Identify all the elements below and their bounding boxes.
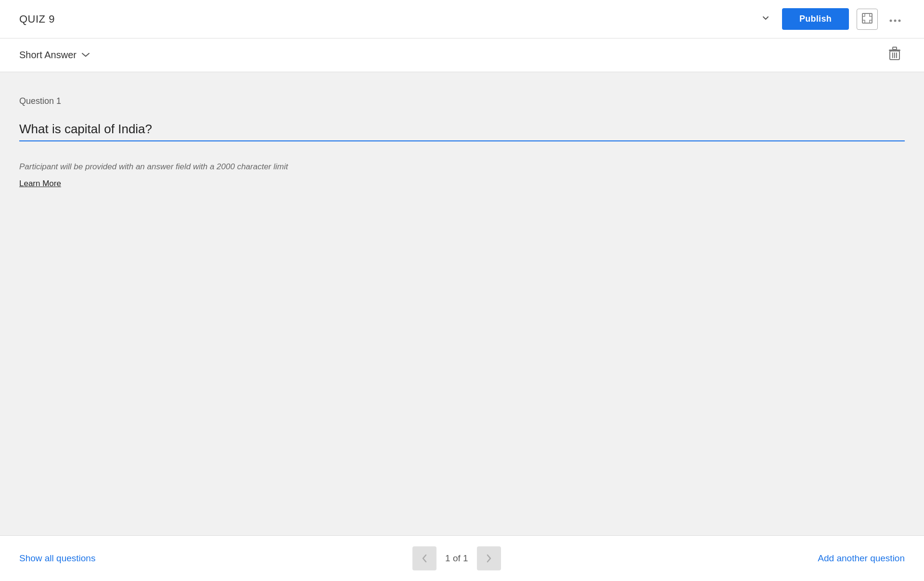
svg-point-1 — [890, 19, 892, 22]
svg-point-3 — [898, 19, 901, 22]
prev-page-button[interactable] — [412, 546, 436, 570]
svg-point-2 — [894, 19, 897, 22]
footer: Show all questions 1 of 1 Add another qu… — [0, 535, 924, 581]
header-right: Publish — [757, 8, 905, 30]
add-question-link[interactable]: Add another question — [818, 553, 905, 564]
app-container: QUIZ 9 Publish — [0, 0, 924, 581]
question-input-wrapper — [19, 118, 905, 141]
header-left: QUIZ 9 — [19, 13, 55, 25]
dropdown-chevron-button[interactable] — [757, 9, 774, 29]
main-content: Question 1 Participant will be provided … — [0, 72, 924, 535]
learn-more-link[interactable]: Learn More — [19, 179, 905, 189]
svg-rect-5 — [893, 47, 897, 50]
question-type-bar: Short Answer — [0, 38, 924, 72]
question-type-label: Short Answer — [19, 50, 77, 61]
publish-button[interactable]: Publish — [782, 8, 849, 30]
quiz-title: QUIZ 9 — [19, 13, 55, 25]
question-label: Question 1 — [19, 96, 905, 106]
header: QUIZ 9 Publish — [0, 0, 924, 38]
delete-question-button[interactable] — [885, 43, 905, 68]
show-all-questions-link[interactable]: Show all questions — [19, 553, 95, 564]
fullscreen-button[interactable] — [857, 9, 878, 30]
type-chevron-icon — [81, 51, 90, 60]
pagination: 1 of 1 — [412, 546, 501, 570]
page-indicator: 1 of 1 — [442, 553, 471, 564]
next-page-button[interactable] — [477, 546, 501, 570]
question-type-selector[interactable]: Short Answer — [19, 50, 90, 61]
hint-text: Participant will be provided with an ans… — [19, 161, 905, 173]
more-options-button[interactable] — [886, 9, 905, 29]
svg-rect-0 — [862, 13, 872, 23]
question-text-input[interactable] — [19, 118, 905, 140]
